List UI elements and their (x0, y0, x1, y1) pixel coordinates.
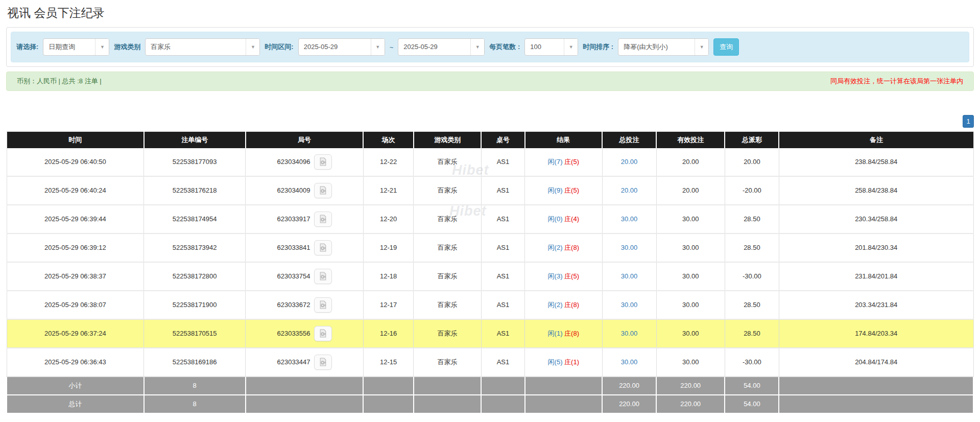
range-tilde: ~ (390, 43, 394, 51)
date-from-select[interactable]: 2025-05-29 ▼ (298, 38, 385, 56)
banker-result: 庄(8) (564, 301, 579, 309)
valid-bet-note: 同局有效投注，统一计算在该局第一张注单内 (830, 77, 963, 86)
bet-id-cell: 522538170515 (144, 319, 246, 348)
round-id: 623034009 (277, 186, 310, 194)
session-cell: 12-21 (363, 176, 413, 205)
round-id: 623033917 (277, 215, 310, 223)
pagination-top: 1 (6, 115, 974, 128)
total-bet-link[interactable]: 30.00 (621, 330, 638, 337)
round-id-cell: 623033754 (246, 262, 364, 291)
time-sort-select[interactable]: 降幂(由大到小) ▼ (618, 38, 709, 56)
remark-cell: 230.34/258.84 (779, 205, 973, 233)
table-header-row: 时间 注单编号 局号 场次 游戏类别 桌号 结果 总投注 有效投注 总派彩 备注 (7, 132, 973, 148)
time-cell: 2025-05-29 06:37:24 (7, 319, 144, 348)
result-cell: 闲(7) 庄(5) (525, 148, 602, 176)
result-cell: 闲(0) 庄(4) (525, 205, 602, 233)
round-id: 623033672 (277, 301, 310, 309)
video-record-icon (319, 243, 327, 252)
video-record-button[interactable] (314, 240, 332, 255)
currency-summary-text: 币别：人民币 | 总共 :8 注单 | (17, 77, 102, 86)
per-page-select[interactable]: 100 ▼ (524, 38, 578, 56)
date-to-value: 2025-05-29 (398, 39, 470, 55)
total-bet-link[interactable]: 30.00 (621, 215, 638, 223)
payout-cell: -20.00 (725, 176, 779, 205)
game-cell: 百家乐 (414, 233, 482, 262)
table-row: 2025-05-29 06:39:12 522538173942 6230338… (7, 233, 973, 262)
total-bet-link[interactable]: 20.00 (621, 158, 638, 166)
filter-panel: 请选择: 日期查询 ▼ 游戏类别 百家乐 ▼ 时间区间: 2025-05-29 … (6, 27, 974, 67)
player-result: 闲(0) (548, 215, 563, 223)
table-row-highlighted: 2025-05-29 06:37:24 522538170515 6230335… (7, 319, 973, 348)
video-record-icon (319, 186, 327, 195)
total-bet-link[interactable]: 20.00 (621, 186, 638, 194)
video-record-button[interactable] (314, 183, 332, 198)
player-result: 闲(3) (548, 272, 563, 280)
chevron-down-icon: ▼ (695, 39, 708, 55)
search-button[interactable]: 查询 (713, 38, 739, 56)
session-cell: 12-22 (363, 148, 413, 176)
player-result: 闲(9) (548, 186, 563, 194)
payout-cell: 28.50 (725, 319, 779, 348)
video-record-icon (319, 272, 327, 280)
page-1-button[interactable]: 1 (963, 115, 974, 128)
date-to-select[interactable]: 2025-05-29 ▼ (398, 38, 485, 56)
remark-cell: 203.34/231.84 (779, 291, 973, 319)
subtotal-label: 小计 (7, 377, 144, 395)
video-record-button[interactable] (314, 212, 332, 227)
video-record-button[interactable] (314, 269, 332, 284)
table-no-cell: AS1 (481, 176, 524, 205)
time-cell: 2025-05-29 06:38:07 (7, 291, 144, 319)
video-record-button[interactable] (314, 297, 332, 313)
round-id-cell: 623033556 (246, 319, 364, 348)
time-cell: 2025-05-29 06:38:37 (7, 262, 144, 291)
banker-result: 庄(5) (564, 158, 579, 166)
valid-bet-cell: 30.00 (656, 262, 725, 291)
remark-cell: 258.84/238.84 (779, 176, 973, 205)
remark-cell: 238.84/258.84 (779, 148, 973, 176)
video-record-button[interactable] (314, 326, 332, 341)
total-bet-link[interactable]: 30.00 (621, 244, 638, 251)
subtotal-valid-bet: 220.00 (656, 377, 725, 395)
query-type-select[interactable]: 日期查询 ▼ (43, 38, 109, 56)
game-cell: 百家乐 (414, 291, 482, 319)
total-bet-cell: 20.00 (602, 176, 656, 205)
video-record-icon (319, 329, 327, 338)
session-cell: 12-20 (363, 205, 413, 233)
game-type-select[interactable]: 百家乐 ▼ (145, 38, 260, 56)
subtotal-count: 8 (144, 377, 246, 395)
time-cell: 2025-05-29 06:39:44 (7, 205, 144, 233)
total-bet-link[interactable]: 30.00 (621, 272, 638, 280)
header-bet-id: 注单编号 (144, 132, 246, 148)
banker-result: 庄(5) (564, 272, 579, 280)
game-type-value: 百家乐 (146, 39, 246, 55)
remark-cell: 204.84/174.84 (779, 348, 973, 377)
header-session: 场次 (363, 132, 413, 148)
total-bet-link[interactable]: 30.00 (621, 358, 638, 366)
info-bar: 币别：人民币 | 总共 :8 注单 | 同局有效投注，统一计算在该局第一张注单内 (6, 72, 974, 91)
header-result: 结果 (525, 132, 602, 148)
result-cell: 闲(5) 庄(1) (525, 348, 602, 377)
time-cell: 2025-05-29 06:36:43 (7, 348, 144, 377)
player-result: 闲(1) (548, 330, 563, 337)
video-record-button[interactable] (314, 154, 332, 170)
round-id: 623033447 (277, 358, 310, 366)
chevron-down-icon: ▼ (470, 39, 484, 55)
session-cell: 12-16 (363, 319, 413, 348)
table-no-cell: AS1 (481, 291, 524, 319)
video-record-button[interactable] (314, 355, 332, 370)
header-time: 时间 (7, 132, 144, 148)
valid-bet-cell: 30.00 (656, 233, 725, 262)
payout-cell: 28.50 (725, 291, 779, 319)
chevron-down-icon: ▼ (371, 39, 385, 55)
subtotal-total-bet: 220.00 (602, 377, 656, 395)
date-from-value: 2025-05-29 (299, 39, 371, 55)
player-result: 闲(7) (548, 158, 563, 166)
session-cell: 12-18 (363, 262, 413, 291)
total-bet-cell: 30.00 (602, 319, 656, 348)
payout-cell: -30.00 (725, 348, 779, 377)
per-page-label: 每页笔数 : (489, 42, 520, 52)
total-bet-cell: 30.00 (602, 262, 656, 291)
total-bet-link[interactable]: 30.00 (621, 301, 638, 309)
header-valid-bet: 有效投注 (656, 132, 725, 148)
player-result: 闲(2) (548, 244, 563, 251)
